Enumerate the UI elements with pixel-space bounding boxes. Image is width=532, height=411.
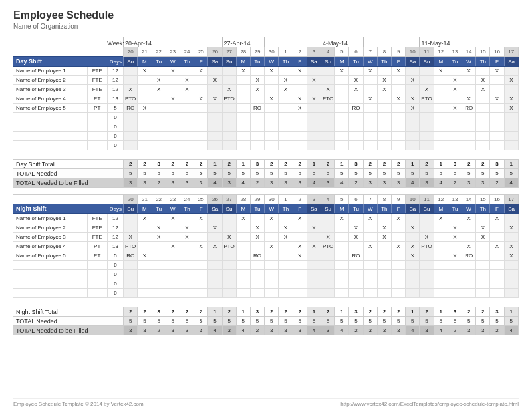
schedule-cell[interactable] [476, 122, 490, 132]
week-date[interactable]: 27-Apr-14 [222, 37, 265, 47]
schedule-cell[interactable] [279, 251, 293, 261]
schedule-cell[interactable] [180, 132, 194, 141]
schedule-cell[interactable] [152, 67, 166, 76]
schedule-cell[interactable] [448, 122, 462, 132]
employee-type[interactable] [87, 270, 107, 279]
schedule-cell[interactable] [462, 141, 476, 150]
schedule-cell[interactable] [420, 214, 434, 223]
schedule-cell[interactable] [307, 279, 321, 289]
schedule-cell[interactable]: X [490, 94, 504, 104]
schedule-cell[interactable] [504, 270, 518, 279]
schedule-cell[interactable]: X [462, 94, 476, 104]
schedule-cell[interactable] [279, 113, 293, 122]
employee-type[interactable] [87, 279, 107, 289]
schedule-cell[interactable] [392, 261, 406, 270]
schedule-cell[interactable] [124, 289, 138, 298]
schedule-cell[interactable] [448, 214, 462, 223]
schedule-cell[interactable] [166, 113, 180, 122]
schedule-cell[interactable] [152, 214, 166, 223]
schedule-cell[interactable] [392, 251, 406, 261]
schedule-cell[interactable] [321, 251, 334, 261]
schedule-cell[interactable] [265, 261, 279, 270]
schedule-cell[interactable]: X [250, 85, 264, 94]
schedule-cell[interactable] [194, 122, 208, 132]
schedule-cell[interactable] [434, 261, 448, 270]
schedule-cell[interactable] [335, 113, 349, 122]
schedule-cell[interactable] [349, 132, 363, 141]
schedule-cell[interactable] [321, 122, 334, 132]
schedule-cell[interactable] [335, 242, 349, 251]
schedule-cell[interactable]: X [476, 76, 490, 85]
schedule-cell[interactable] [138, 261, 152, 270]
schedule-cell[interactable]: PTO [124, 94, 138, 104]
schedule-cell[interactable] [406, 214, 420, 223]
schedule-cell[interactable] [124, 261, 138, 270]
schedule-cell[interactable]: X [476, 223, 490, 233]
schedule-cell[interactable] [194, 76, 208, 85]
schedule-cell[interactable] [420, 76, 434, 85]
schedule-cell[interactable]: X [392, 67, 406, 76]
schedule-cell[interactable] [279, 261, 293, 270]
schedule-cell[interactable] [406, 233, 420, 242]
schedule-cell[interactable] [462, 279, 476, 289]
schedule-cell[interactable] [363, 289, 377, 298]
schedule-cell[interactable]: X [335, 67, 349, 76]
schedule-cell[interactable] [363, 132, 377, 141]
schedule-cell[interactable] [307, 141, 321, 150]
schedule-cell[interactable]: X [236, 67, 250, 76]
schedule-cell[interactable] [180, 113, 194, 122]
schedule-cell[interactable] [166, 132, 180, 141]
schedule-cell[interactable] [476, 242, 490, 251]
schedule-cell[interactable] [166, 85, 180, 94]
schedule-cell[interactable] [166, 233, 180, 242]
schedule-cell[interactable] [236, 94, 250, 104]
schedule-cell[interactable] [279, 214, 293, 223]
schedule-cell[interactable]: X [222, 233, 236, 242]
schedule-cell[interactable] [236, 104, 250, 113]
schedule-cell[interactable] [420, 122, 434, 132]
schedule-cell[interactable]: X [152, 85, 166, 94]
employee-name[interactable]: Name of Employee 1 [13, 67, 87, 76]
schedule-cell[interactable]: X [448, 85, 462, 94]
employee-days[interactable]: 0 [107, 122, 123, 132]
schedule-cell[interactable] [293, 122, 307, 132]
schedule-cell[interactable]: X [166, 94, 180, 104]
week-date[interactable]: 4-May-14 [321, 37, 363, 47]
schedule-cell[interactable] [180, 279, 194, 289]
schedule-cell[interactable] [406, 261, 420, 270]
schedule-cell[interactable] [434, 132, 448, 141]
schedule-cell[interactable]: X [307, 223, 321, 233]
schedule-cell[interactable] [194, 251, 208, 261]
schedule-cell[interactable] [392, 141, 406, 150]
schedule-cell[interactable] [448, 279, 462, 289]
schedule-cell[interactable] [504, 122, 518, 132]
schedule-cell[interactable] [335, 122, 349, 132]
schedule-cell[interactable] [504, 132, 518, 141]
schedule-cell[interactable]: PTO [420, 242, 434, 251]
schedule-cell[interactable] [236, 261, 250, 270]
employee-name[interactable] [13, 270, 87, 279]
schedule-cell[interactable] [504, 67, 518, 76]
schedule-cell[interactable] [194, 141, 208, 150]
schedule-cell[interactable] [476, 94, 490, 104]
employee-name[interactable] [13, 132, 87, 141]
schedule-cell[interactable] [236, 113, 250, 122]
schedule-cell[interactable] [420, 141, 434, 150]
schedule-cell[interactable] [321, 76, 334, 85]
schedule-cell[interactable] [307, 261, 321, 270]
schedule-cell[interactable] [222, 76, 236, 85]
employee-days[interactable]: 12 [107, 223, 123, 233]
schedule-cell[interactable] [208, 214, 222, 223]
schedule-cell[interactable] [152, 261, 166, 270]
schedule-cell[interactable]: X [265, 94, 279, 104]
schedule-cell[interactable]: X [279, 85, 293, 94]
schedule-cell[interactable]: RO [462, 104, 476, 113]
schedule-cell[interactable] [138, 242, 152, 251]
schedule-cell[interactable] [434, 233, 448, 242]
employee-type[interactable] [87, 132, 107, 141]
schedule-cell[interactable]: X [180, 85, 194, 94]
employee-days[interactable]: 0 [107, 132, 123, 141]
schedule-cell[interactable] [293, 270, 307, 279]
schedule-cell[interactable] [349, 214, 363, 223]
schedule-cell[interactable] [250, 214, 264, 223]
